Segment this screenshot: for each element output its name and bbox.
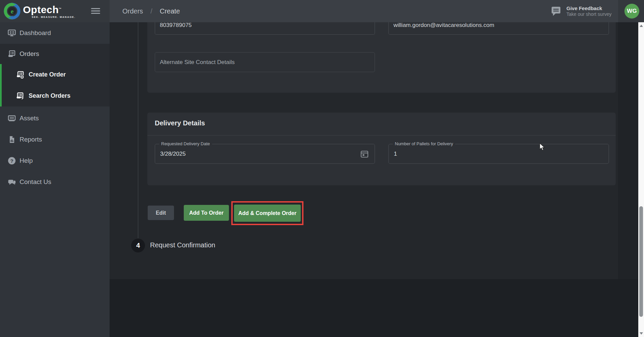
page-bottom-area [110,279,638,337]
sidebar-nav: Dashboard Orders Create [0,22,110,337]
sidebar-label-search-orders: Search Orders [29,92,70,99]
sidebar-item-assets[interactable]: Assets [0,108,110,129]
edit-button[interactable]: Edit [148,206,174,220]
breadcrumb-create[interactable]: Create [160,7,180,15]
optech-logo[interactable]: e Optech™ SEE. MEASURE. MANAGE. [3,2,81,20]
requested-delivery-date-value: 3/28/2025 [160,144,186,163]
site-contact-card: 8039789075 william.gordon@avitacaresolut… [147,22,616,93]
vertical-scrollbar[interactable] [638,22,644,337]
sidebar-item-contact-us[interactable]: Contact Us [0,171,110,192]
alternate-site-contact-field[interactable]: Alternate Site Contact Details [155,52,375,72]
site-email-value: william.gordon@avitacaresolutions.com [393,22,494,28]
svg-text:e: e [11,8,13,15]
pallets-field[interactable]: Number of Pallets for Delivery 1 [388,144,609,164]
sidebar-label-create-order: Create Order [29,71,66,78]
sidebar-item-help[interactable]: ? Help [0,150,110,171]
step-4-badge: 4 [131,239,145,252]
sidebar-label-help: Help [20,157,33,164]
requested-delivery-date-field[interactable]: Requested Delivery Date 3/28/2025 [155,144,375,164]
logo-wordmark: Optech™ [23,4,62,15]
delivery-details-title: Delivery Details [155,119,205,127]
sidebar-label-orders: Orders [20,50,39,58]
sidebar-label-contact-us: Contact Us [20,178,51,186]
calendar-icon[interactable] [360,149,369,159]
dashboard-icon [7,29,16,37]
step-4-label: Request Confirmation [150,241,215,249]
breadcrumb-orders[interactable]: Orders [122,7,143,15]
orders-icon [7,50,16,58]
scrollbar-thumb[interactable] [639,206,643,317]
site-phone-value: 8039789075 [160,22,192,28]
assets-icon [7,114,16,123]
sidebar-item-create-order[interactable]: Create Order [0,64,110,85]
contact-us-icon [7,178,16,186]
sidebar-toggle-hamburger-icon[interactable] [91,8,101,15]
trademark-symbol: ™ [59,7,62,10]
scrollbar-up-arrow-icon[interactable] [638,23,644,29]
card-divider [147,135,616,135]
feedback-chat-icon [550,6,562,17]
pallets-value: 1 [394,144,397,163]
breadcrumb-separator: / [150,7,152,15]
user-avatar[interactable]: WG [624,4,639,19]
add-to-order-button[interactable]: Add To Order [184,205,229,221]
give-feedback-button[interactable]: Give Feedback Take our short survey [550,3,614,19]
sidebar-item-reports[interactable]: Reports [0,129,110,150]
feedback-subtitle: Take our short survey [566,11,612,17]
scrollbar-down-arrow-icon[interactable] [638,331,644,336]
feedback-title: Give Feedback [566,5,612,11]
sidebar-item-orders[interactable]: Orders [0,44,110,64]
site-email-field[interactable]: william.gordon@avitacaresolutions.com [388,22,609,35]
reports-icon [7,135,16,144]
optech-logo-icon: e [3,2,21,20]
site-phone-field[interactable]: 8039789075 [155,22,375,35]
pallets-label: Number of Pallets for Delivery [393,141,455,146]
search-orders-icon [16,92,25,100]
help-icon: ? [7,156,16,165]
top-header: e Optech™ SEE. MEASURE. MANAGE. Orders /… [0,0,644,22]
sidebar-item-dashboard[interactable]: Dashboard [0,22,110,44]
sidebar-item-search-orders[interactable]: Search Orders [0,85,110,106]
delivery-details-card: Delivery Details Requested Delivery Date… [147,113,616,185]
sidebar-label-dashboard: Dashboard [20,29,51,37]
logo-tagline: SEE. MEASURE. MANAGE. [32,16,76,19]
stepper-connector-line [138,22,138,238]
add-and-complete-order-button[interactable]: Add & Complete Order [234,205,301,222]
sidebar-label-reports: Reports [20,136,42,143]
breadcrumb: Orders / Create [122,0,180,22]
svg-text:?: ? [10,158,13,163]
alternate-site-contact-label: Alternate Site Contact Details [160,53,235,72]
create-order-icon [16,70,25,79]
orders-submenu: Create Order Search Orders [0,64,110,106]
sidebar-label-assets: Assets [20,115,39,122]
